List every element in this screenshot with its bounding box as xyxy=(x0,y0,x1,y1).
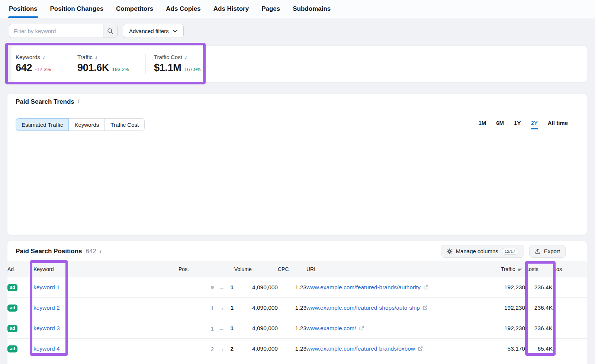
range-all-time[interactable]: All time xyxy=(548,120,568,128)
nav-tab-ads-copies[interactable]: Ads Copies xyxy=(166,0,201,18)
keyword-filter-group xyxy=(9,24,118,38)
advanced-filters-label: Advanced filters xyxy=(129,28,169,34)
costs-value: 65.4K xyxy=(525,339,553,359)
nav-tab-subdomains[interactable]: Subdomains xyxy=(293,0,331,18)
table-row: adkeyword 42→24,090,0001.23www.example.c… xyxy=(7,339,587,359)
traffic-value: 192,230 xyxy=(472,277,525,298)
trends-tab-estimated-traffic[interactable]: Estimated Traffic xyxy=(16,118,69,131)
nav-tabs: PositionsPosition ChangesCompetitorsAds … xyxy=(0,0,595,18)
ad-badge[interactable]: ad xyxy=(7,345,17,352)
summary-metrics: Keywordsi642-12.3%Traffici901.6K193.2%Tr… xyxy=(11,46,587,82)
positions-table: AdKeywordPos.VolumeCPCURLTrafficCostsCos… xyxy=(7,261,587,359)
trends-tab-traffic-cost[interactable]: Traffic Cost xyxy=(104,118,145,131)
nav-tab-competitors[interactable]: Competitors xyxy=(116,0,153,18)
nav-tab-pages[interactable]: Pages xyxy=(261,0,280,18)
costs-value: 236.4K xyxy=(525,277,553,298)
range-6m[interactable]: 6M xyxy=(496,120,504,128)
traffic-value: 192,230 xyxy=(472,298,525,318)
positions-title-row: Paid Search Positions 642 i Manage colum… xyxy=(7,241,587,261)
positions-actions: Manage columns 12/17 Export xyxy=(441,245,566,258)
ad-badge[interactable]: ad xyxy=(7,325,17,332)
column-header-costs[interactable]: Costs xyxy=(525,261,553,277)
metric-change: -12.3% xyxy=(35,67,51,72)
previous-position: 1 xyxy=(209,305,214,311)
positions-table-header: AdKeywordPos.VolumeCPCURLTrafficCostsCos xyxy=(7,261,587,277)
cpc-value: 1.23 xyxy=(278,339,306,359)
summary-metrics-card: Keywordsi642-12.3%Traffici901.6K193.2%Tr… xyxy=(11,46,587,82)
clipped-next-column-value: 2 xyxy=(553,318,587,339)
volume-value: 4,090,000 xyxy=(234,318,278,339)
positions-title: Paid Search Positions xyxy=(16,248,82,255)
ad-badge[interactable]: ad xyxy=(7,284,17,291)
url-link[interactable]: www.example.com/ xyxy=(306,325,356,332)
export-button[interactable]: Export xyxy=(529,245,566,258)
keyword-filter-input[interactable] xyxy=(9,24,103,38)
volume-value: 4,090,000 xyxy=(234,339,278,359)
page: PositionsPosition ChangesCompetitorsAds … xyxy=(0,0,595,364)
volume-value: 4,090,000 xyxy=(234,277,278,298)
keyword-link[interactable]: keyword 2 xyxy=(33,305,60,311)
trends-metric-switch: Estimated TrafficKeywordsTraffic Cost xyxy=(16,118,145,131)
metric-value: $1.1M xyxy=(154,62,181,74)
clipped-next-column-value: 2 xyxy=(553,298,587,318)
trends-title-row: Paid Search Trends i xyxy=(7,94,587,110)
range-1m[interactable]: 1M xyxy=(478,120,486,128)
metric-label: Traffic xyxy=(77,54,93,60)
manage-columns-button[interactable]: Manage columns 12/17 xyxy=(441,245,524,258)
column-header-pos-[interactable]: Pos. xyxy=(178,261,234,277)
external-link-icon xyxy=(423,285,428,290)
range-2y[interactable]: 2Y xyxy=(531,120,537,129)
previous-position: 2 xyxy=(209,346,214,352)
nav-tab-position-changes[interactable]: Position Changes xyxy=(50,0,104,18)
url-link[interactable]: www.example.com/featured-shops/auto-ship xyxy=(306,305,420,311)
column-header-traffic[interactable]: Traffic xyxy=(472,261,525,277)
range-1y[interactable]: 1Y xyxy=(514,120,521,128)
metric-keywords: Keywordsi642-12.3% xyxy=(16,54,69,74)
traffic-value: 53,170 xyxy=(472,339,525,359)
nav-tab-positions[interactable]: Positions xyxy=(9,0,38,18)
metric-value: 642 xyxy=(16,62,32,74)
chevron-down-icon xyxy=(173,29,177,33)
metric-traffic-cost: Traffic Costi$1.1M167.9% xyxy=(154,54,209,74)
paid-search-trends-card: Paid Search Trends i Estimated TrafficKe… xyxy=(7,94,587,235)
current-position: 1 xyxy=(229,284,234,291)
info-icon[interactable]: i xyxy=(43,54,45,60)
ad-badge[interactable]: ad xyxy=(7,305,17,312)
cpc-value: 1.23 xyxy=(278,318,306,339)
info-icon[interactable]: i xyxy=(99,248,101,254)
trends-tab-keywords[interactable]: Keywords xyxy=(68,118,105,131)
info-icon[interactable]: i xyxy=(95,54,97,60)
new-position-dot-icon xyxy=(211,286,214,289)
keyword-link[interactable]: keyword 4 xyxy=(33,345,60,352)
metric-label: Traffic Cost xyxy=(154,54,182,60)
search-button[interactable] xyxy=(103,24,117,38)
url-link[interactable]: www.example.com/featured-brands/oxbow xyxy=(306,345,415,352)
info-icon[interactable]: i xyxy=(185,54,187,60)
keyword-link[interactable]: keyword 1 xyxy=(33,284,60,290)
column-header-url: URL xyxy=(306,261,472,277)
table-row: adkeyword 31→14,090,0001.23www.example.c… xyxy=(7,318,587,339)
top-navigation: PositionsPosition ChangesCompetitorsAds … xyxy=(0,0,595,18)
export-icon xyxy=(535,248,541,254)
current-position: 1 xyxy=(229,305,234,311)
cpc-value: 1.23 xyxy=(278,298,306,318)
url-link[interactable]: www.example.com/featured-brands/authorit… xyxy=(306,284,421,291)
keyword-link[interactable]: keyword 3 xyxy=(33,325,60,331)
metric-value: 901.6K xyxy=(77,62,109,74)
current-position: 2 xyxy=(229,345,234,352)
info-icon[interactable]: i xyxy=(77,99,79,104)
nav-tab-ads-history[interactable]: Ads History xyxy=(213,0,249,18)
costs-value: 236.4K xyxy=(525,318,553,339)
metric-change: 167.9% xyxy=(184,67,202,72)
sort-descending-icon xyxy=(518,267,523,272)
column-header-cpc[interactable]: CPC xyxy=(278,261,306,277)
metric-change: 193.2% xyxy=(112,67,129,72)
volume-value: 4,090,000 xyxy=(234,298,278,318)
advanced-filters-button[interactable]: Advanced filters xyxy=(123,24,184,38)
column-header-volume[interactable]: Volume xyxy=(234,261,278,277)
external-link-icon xyxy=(422,305,428,310)
gear-icon xyxy=(447,248,453,254)
search-icon xyxy=(107,28,113,34)
table-row: adkeyword 1→14,090,0001.23www.example.co… xyxy=(7,277,587,298)
positions-count: 642 xyxy=(86,248,96,255)
